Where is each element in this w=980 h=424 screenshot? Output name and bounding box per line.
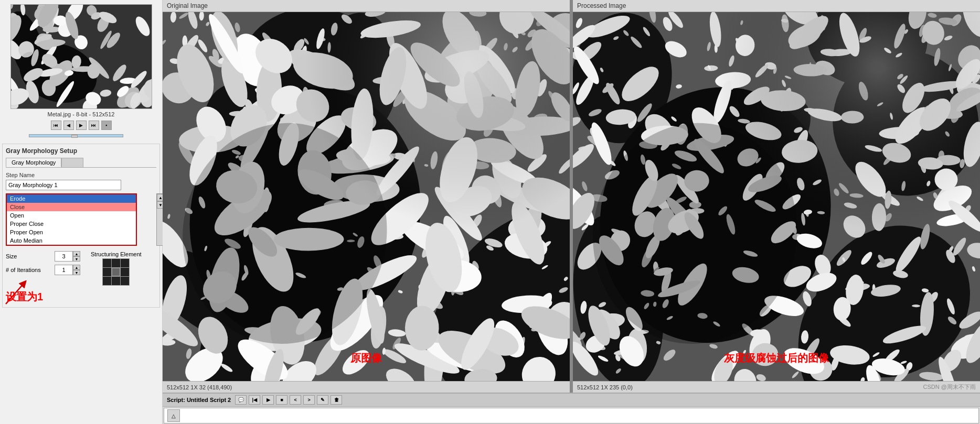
cell-01: [112, 259, 120, 267]
cell-11: [112, 268, 120, 276]
script-step-icon[interactable]: △: [167, 409, 180, 422]
step-name-label: Step Name: [6, 172, 156, 178]
processed-image-header: Processed Image: [573, 0, 980, 12]
operation-listbox[interactable]: Erode Close Open Proper Close Proper Ope…: [6, 193, 137, 246]
script-controls: 💬 |◀ ▶ ■ < > ✎ 🗑: [235, 395, 342, 405]
cell-12: [121, 268, 129, 276]
step-name-input[interactable]: [6, 180, 121, 190]
skip-back-button[interactable]: ⏮: [51, 121, 61, 130]
cell-21: [112, 277, 120, 285]
list-item-open[interactable]: Open: [7, 211, 136, 220]
size-up-btn[interactable]: ▲: [73, 251, 80, 256]
size-input[interactable]: [55, 251, 73, 262]
params-area: Size ▲ ▼ # of Iterations: [6, 251, 156, 286]
annotation-text: 设置为1: [6, 291, 43, 302]
thumbnail-area: Metal.jpg - 8-bit - 512x512 ⏮ ◀ ▶ ⏭ ▪: [0, 0, 162, 142]
original-image-view: 原图像: [163, 12, 570, 381]
setup-panel: Gray Morphology Setup Gray Morphology St…: [2, 144, 160, 308]
cell-10: [103, 268, 111, 276]
size-label: Size: [6, 253, 50, 259]
thumbnail-canvas: [11, 5, 152, 109]
cell-02: [121, 259, 129, 267]
original-status-bar: 512x512 1X 32 (418,490): [163, 381, 570, 393]
skip-forward-button[interactable]: ⏭: [89, 121, 99, 130]
script-header: Script: Untitled Script 2 💬 |◀ ▶ ■ < > ✎…: [163, 394, 980, 407]
tab-gray-morphology[interactable]: Gray Morphology: [6, 158, 61, 167]
playback-controls: ⏮ ◀ ▶ ⏭ ▪: [51, 121, 112, 130]
script-title: Script: Untitled Script 2: [167, 397, 231, 403]
struct-label: Structuring Element: [91, 251, 142, 257]
list-item-proper-close[interactable]: Proper Close: [7, 220, 136, 228]
stop-script-btn[interactable]: ■: [276, 395, 287, 405]
cell-20: [103, 277, 111, 285]
script-steps: △: [167, 409, 180, 422]
original-canvas: [163, 12, 570, 381]
cell-00: [103, 259, 111, 267]
processed-status-bar: 512x512 1X 235 (0,0) CSDN @周末不下雨: [573, 381, 980, 393]
delete-script-btn[interactable]: 🗑: [331, 395, 342, 405]
list-item-proper-open[interactable]: Proper Open: [7, 228, 136, 236]
cell-22: [121, 277, 129, 285]
main-layout: Metal.jpg - 8-bit - 512x512 ⏮ ◀ ▶ ⏭ ▪ Gr…: [0, 0, 980, 424]
tab-row: Gray Morphology: [6, 158, 156, 168]
next-script-btn[interactable]: >: [303, 395, 315, 405]
iter-input[interactable]: [55, 265, 73, 275]
setup-title: Gray Morphology Setup: [6, 147, 156, 155]
script-area: Script: Untitled Script 2 💬 |◀ ▶ ■ < > ✎…: [163, 393, 980, 424]
first-frame-btn[interactable]: |◀: [249, 395, 260, 405]
processed-image-panel: Processed Image 灰度级腐蚀过后的图像 512x512 1X 23…: [573, 0, 980, 393]
original-image-header: Original Image: [163, 0, 570, 12]
iter-label: # of Iterations: [6, 267, 50, 273]
play-script-btn[interactable]: ▶: [262, 395, 274, 405]
struct-section: Structuring Element: [91, 251, 142, 286]
left-panel: Metal.jpg - 8-bit - 512x512 ⏮ ◀ ▶ ⏭ ▪ Gr…: [0, 0, 163, 424]
prev-script-btn[interactable]: <: [290, 395, 301, 405]
watermark-text: CSDN @周末不下雨: [923, 383, 976, 391]
original-status-text: 512x512 1X 32 (418,490): [167, 384, 232, 390]
list-item-auto-median[interactable]: Auto Median: [7, 236, 136, 245]
iter-down-btn[interactable]: ▼: [73, 270, 80, 275]
size-spinbox: ▲ ▼: [55, 251, 80, 262]
list-item-erode[interactable]: Erode: [7, 194, 136, 203]
script-body: △: [164, 408, 979, 423]
processed-image-view: 灰度级腐蚀过后的图像: [573, 12, 980, 381]
size-down-btn[interactable]: ▼: [73, 256, 80, 262]
listbox-container: Erode Close Open Proper Close Proper Ope…: [6, 193, 156, 246]
size-row: Size ▲ ▼: [6, 251, 80, 262]
iter-spinbox-btns: ▲ ▼: [73, 265, 80, 275]
params-left: Size ▲ ▼ # of Iterations: [6, 251, 80, 275]
iter-up-btn[interactable]: ▲: [73, 265, 80, 270]
processed-status-text: 512x512 1X 235 (0,0): [577, 384, 633, 390]
list-item-close[interactable]: Close: [7, 203, 136, 211]
iter-spinbox: ▲ ▼: [55, 265, 80, 275]
struct-grid: [102, 258, 130, 286]
annotation-area: 设置为1: [6, 290, 156, 304]
iter-row: # of Iterations ▲ ▼: [6, 265, 80, 275]
original-image-panel: Original Image 原图像 512x512 1X 32 (418,49…: [163, 0, 570, 393]
playback-slider[interactable]: [29, 134, 123, 137]
play-button[interactable]: ▶: [76, 121, 87, 130]
tab-empty[interactable]: [61, 158, 83, 167]
step-back-button[interactable]: ◀: [63, 121, 74, 130]
edit-script-btn[interactable]: ✎: [317, 395, 328, 405]
processed-canvas: [573, 12, 980, 381]
right-content: Original Image 原图像 512x512 1X 32 (418,49…: [163, 0, 980, 424]
size-spinbox-btns: ▲ ▼: [73, 251, 80, 262]
record-button[interactable]: ▪: [101, 121, 112, 130]
images-area: Original Image 原图像 512x512 1X 32 (418,49…: [163, 0, 980, 393]
thumbnail-box: [10, 4, 152, 109]
image-info: Metal.jpg - 8-bit - 512x512: [48, 111, 115, 117]
comment-btn[interactable]: 💬: [235, 395, 247, 405]
